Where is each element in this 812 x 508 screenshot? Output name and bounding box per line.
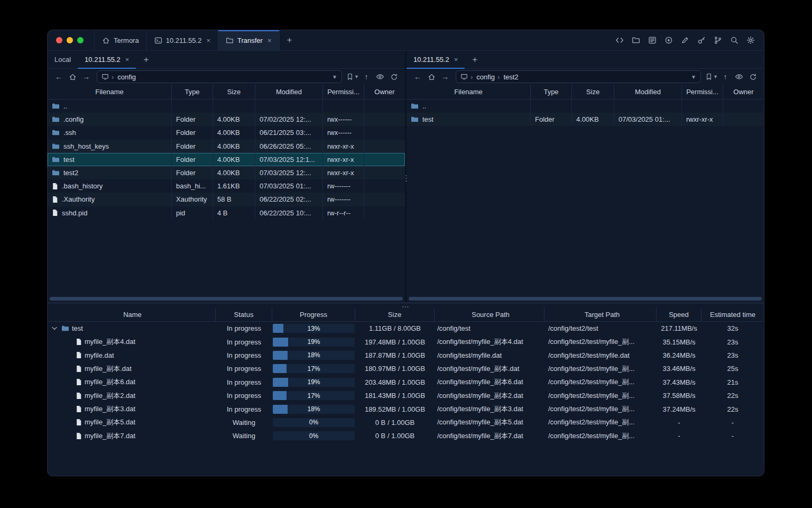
column-header-type[interactable]: Type <box>531 85 572 99</box>
file-row[interactable]: .. <box>48 99 405 113</box>
file-permissions: rwxr-xr-x <box>323 166 364 179</box>
chevron-down-icon[interactable]: ▼ <box>332 74 337 80</box>
file-row[interactable]: test Folder 4.00KB 07/03/2025 12:1... rw… <box>48 153 405 166</box>
close-icon[interactable]: × <box>454 56 458 64</box>
tab-transfer[interactable]: Transfer × <box>218 30 280 50</box>
bookmark-icon[interactable]: ▼ <box>346 71 359 83</box>
search-icon[interactable] <box>730 35 739 45</box>
column-header-owner[interactable]: Owner <box>364 85 405 99</box>
column-header-permissions[interactable]: Permissi... <box>682 85 723 99</box>
chevron-down-icon[interactable]: ▼ <box>691 74 696 80</box>
column-header-filename[interactable]: Filename <box>407 85 531 99</box>
file-row[interactable]: sshd.pid pid 4 B 06/22/2025 10:... rw-r-… <box>48 206 405 220</box>
file-row[interactable]: .ssh Folder 4.00KB 06/21/2025 03:... rwx… <box>48 126 405 139</box>
transfer-row[interactable]: myfile.dat In progress 18% 187.87MB / 1.… <box>48 349 764 362</box>
transfer-row[interactable]: myfile_副本4.dat In progress 19% 197.48MB … <box>48 335 764 348</box>
file-row[interactable]: ssh_host_keys Folder 4.00KB 06/26/2025 0… <box>48 140 405 153</box>
column-header-status[interactable]: Status <box>216 308 272 321</box>
close-window-button[interactable] <box>56 37 62 43</box>
minimize-window-button[interactable] <box>67 37 73 43</box>
transfer-row[interactable]: test In progress 13% 1.11GB / 8.00GB /co… <box>48 322 764 335</box>
tab-host[interactable]: 10.211.55.2 × <box>146 30 218 50</box>
tab-remote-host[interactable]: 10.211.55.2 × <box>78 51 136 68</box>
show-hidden-eye-icon[interactable] <box>374 71 386 83</box>
tab-remote-host[interactable]: 10.211.55.2 × <box>407 51 465 68</box>
transfer-target-path: /config/test2/test <box>545 322 657 335</box>
new-tab-button[interactable]: + <box>280 30 300 50</box>
show-hidden-eye-icon[interactable] <box>733 71 745 83</box>
column-header-size[interactable]: Size <box>213 85 255 99</box>
horizontal-scrollbar[interactable] <box>409 297 762 301</box>
refresh-icon[interactable] <box>746 71 759 83</box>
transfer-speed: 35.15MB/s <box>657 335 702 348</box>
folder-manager-icon[interactable] <box>631 35 641 45</box>
column-header-estimated-time[interactable]: Estimated time <box>702 308 764 321</box>
column-header-filename[interactable]: Filename <box>48 85 172 99</box>
log-list-icon[interactable] <box>648 35 657 45</box>
chevron-down-icon[interactable] <box>50 326 59 330</box>
home-icon[interactable] <box>66 71 79 83</box>
transfer-row[interactable]: myfile_副本5.dat Waiting 0% 0 B / 1.00GB /… <box>48 416 764 429</box>
column-header-permissions[interactable]: Permissi... <box>323 85 364 99</box>
column-header-size[interactable]: Size <box>355 308 435 321</box>
transfer-row[interactable]: myfile_副本2.dat In progress 17% 181.43MB … <box>48 389 764 402</box>
transfer-row[interactable]: myfile_副本.dat In progress 17% 180.97MB /… <box>48 362 764 375</box>
column-header-type[interactable]: Type <box>172 85 213 99</box>
column-header-modified[interactable]: Modified <box>614 85 682 99</box>
file-row[interactable]: .Xauthority Xauthority 58 B 06/22/2025 0… <box>48 193 405 206</box>
file-row[interactable]: .bash_history bash_hi... 1.61KB 07/03/20… <box>48 179 405 193</box>
column-header-modified[interactable]: Modified <box>255 85 323 99</box>
tab-label: 10.211.55.2 <box>85 56 121 64</box>
file-row[interactable]: test2 Folder 4.00KB 07/03/2025 12:... rw… <box>48 166 405 179</box>
breadcrumb-segment[interactable]: test2 <box>495 73 519 81</box>
tab-local[interactable]: Local <box>48 51 78 68</box>
file-row[interactable]: test Folder 4.00KB 07/03/2025 01:... rwx… <box>407 113 764 126</box>
close-icon[interactable]: × <box>125 56 130 64</box>
file-row[interactable]: .config Folder 4.00KB 07/02/2025 12:... … <box>48 113 405 126</box>
gear-icon[interactable] <box>746 35 755 45</box>
upload-icon[interactable]: ↑ <box>360 71 373 83</box>
transfer-row[interactable]: myfile_副本6.dat In progress 19% 203.48MB … <box>48 376 764 389</box>
file-icon <box>52 183 58 190</box>
forward-icon[interactable]: → <box>80 71 93 83</box>
file-size: 4.00KB <box>213 166 255 179</box>
column-header-progress[interactable]: Progress <box>272 308 355 321</box>
key-icon[interactable] <box>697 35 706 45</box>
code-icon[interactable] <box>615 35 624 45</box>
close-icon[interactable]: × <box>206 37 210 44</box>
monitor-icon <box>102 73 109 80</box>
column-header-name[interactable]: Name <box>48 308 216 321</box>
tab-label: Local <box>54 56 71 64</box>
back-icon[interactable]: ← <box>411 71 424 83</box>
add-pane-tab-button[interactable]: + <box>136 51 156 68</box>
upload-icon[interactable]: ↑ <box>719 71 732 83</box>
column-header-source-path[interactable]: Source Path <box>435 308 545 321</box>
left-path-input[interactable]: config ▼ <box>97 70 342 83</box>
column-header-owner[interactable]: Owner <box>723 85 764 99</box>
forward-icon[interactable]: → <box>439 71 451 83</box>
file-icon <box>76 419 82 426</box>
close-icon[interactable]: × <box>267 37 272 44</box>
home-icon[interactable] <box>425 71 438 83</box>
bookmark-icon[interactable]: ▼ <box>705 71 718 83</box>
maximize-window-button[interactable] <box>77 37 84 43</box>
tab-termora[interactable]: Termora <box>94 30 146 50</box>
file-row[interactable]: .. <box>407 99 764 113</box>
column-header-target-path[interactable]: Target Path <box>545 308 657 321</box>
transfer-row[interactable]: myfile_副本7.dat Waiting 0% 0 B / 1.00GB /… <box>48 429 764 442</box>
column-header-size[interactable]: Size <box>572 85 614 99</box>
record-icon[interactable] <box>664 35 673 45</box>
column-header-speed[interactable]: Speed <box>657 308 702 321</box>
back-icon[interactable]: ← <box>52 71 65 83</box>
horizontal-scrollbar[interactable] <box>50 297 403 301</box>
transfer-target-path: /config/test2/test/myfile_副... <box>545 402 657 415</box>
transfer-row[interactable]: myfile_副本3.dat In progress 18% 189.52MB … <box>48 402 764 415</box>
branch-icon[interactable] <box>713 35 723 45</box>
splitter-grip-icon[interactable]: ⋯ <box>402 302 410 311</box>
breadcrumb-segment[interactable]: config <box>109 73 136 81</box>
add-pane-tab-button[interactable]: + <box>465 51 485 68</box>
right-path-input[interactable]: configtest2 ▼ <box>456 70 701 83</box>
breadcrumb-segment[interactable]: config <box>468 73 495 81</box>
pencil-icon[interactable] <box>680 35 690 45</box>
refresh-icon[interactable] <box>387 71 400 83</box>
